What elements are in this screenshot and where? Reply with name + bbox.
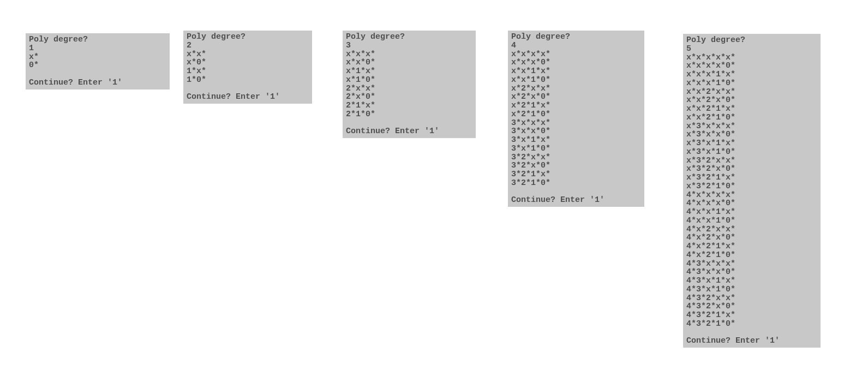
output-line: x*3*2*1*x* (686, 174, 817, 182)
output-line: 4*3*2*1*0* (686, 320, 817, 329)
output-line: x*0* (187, 58, 309, 67)
output-line: x*2*1*0* (511, 110, 641, 119)
output-line: x*x*x*0* (511, 58, 641, 67)
output-line: 4*3*2*1*x* (686, 311, 817, 320)
output-line: x*x*2*x*x* (686, 88, 817, 97)
degree-input-value: 1 (29, 44, 166, 53)
output-line: 4*x*x*x*0* (686, 199, 817, 208)
output-line: x*3*2*x*x* (686, 157, 817, 165)
blank-line (29, 70, 166, 79)
output-line: x*1*x* (346, 67, 472, 76)
output-line: 4*3*x*1*0* (686, 285, 817, 294)
output-line: 4*x*x*1*0* (686, 217, 817, 225)
continue-prompt[interactable]: Continue? Enter '1' (686, 337, 817, 345)
output-line: 4*x*x*x*x* (686, 191, 817, 200)
output-line: 3*2*1*0* (511, 179, 641, 188)
output-line: 4*x*2*1*0* (686, 251, 817, 260)
output-line: x*2*x*0* (511, 93, 641, 102)
continue-prompt[interactable]: Continue? Enter '1' (511, 196, 641, 205)
output-line: x*x* (187, 50, 309, 59)
output-line: x*3*x*1*x* (686, 139, 817, 148)
output-line: 4*x*2*1*x* (686, 242, 817, 251)
prompt-text: Poly degree? (29, 35, 166, 44)
output-line: x*x*x*1*0* (686, 79, 817, 88)
output-line: x* (29, 53, 166, 62)
prompt-text: Poly degree? (187, 33, 309, 41)
output-line: 3*x*x*0* (511, 127, 641, 136)
terminal-panel-degree-3: Poly degree?3x*x*x*x*x*0*x*1*x*x*1*0*2*x… (343, 31, 476, 138)
output-line: 2*1*0* (346, 110, 472, 119)
output-line: 4*x*2*x*x* (686, 225, 817, 234)
blank-line (346, 119, 472, 128)
output-line: 3*2*x*x* (511, 153, 641, 162)
output-line: 1*x* (187, 67, 309, 76)
output-line: 2*x*x* (346, 85, 472, 93)
output-line: 2*1*x* (346, 102, 472, 110)
output-line: x*x*0* (346, 58, 472, 67)
output-line: 3*2*1*x* (511, 170, 641, 179)
blank-line (187, 85, 309, 93)
output-line: x*3*x*x*0* (686, 130, 817, 139)
output-line: 4*x*x*1*x* (686, 208, 817, 217)
output-line: 4*3*x*1*x* (686, 277, 817, 285)
output-line: x*3*x*1*0* (686, 148, 817, 157)
terminal-panel-degree-5: Poly degree?5x*x*x*x*x*x*x*x*x*0*x*x*x*1… (683, 34, 821, 348)
prompt-text: Poly degree? (346, 33, 472, 41)
blank-line (686, 329, 817, 337)
continue-prompt[interactable]: Continue? Enter '1' (187, 93, 309, 102)
degree-input-value: 5 (686, 45, 817, 53)
output-line: x*x*2*1*0* (686, 114, 817, 122)
output-line: x*2*x*x* (511, 85, 641, 93)
output-line: 4*3*2*x*0* (686, 302, 817, 311)
output-line: x*x*x*x*x* (686, 53, 817, 62)
output-line: x*2*1*x* (511, 102, 641, 110)
output-line: 1*0* (187, 76, 309, 85)
degree-input-value: 2 (187, 41, 309, 50)
output-line: 0* (29, 61, 166, 70)
output-line: 4*x*2*x*0* (686, 234, 817, 242)
output-line: 3*x*1*x* (511, 136, 641, 145)
terminal-panel-degree-1: Poly degree?1x*0* Continue? Enter '1' (26, 33, 170, 89)
output-line: x*x*1*x* (511, 67, 641, 76)
output-line: x*x*x*x*0* (686, 62, 817, 70)
terminal-panel-degree-2: Poly degree?2x*x*x*0*1*x*1*0* Continue? … (183, 31, 312, 104)
output-line: x*x*2*x*0* (686, 96, 817, 105)
terminal-panel-degree-4: Poly degree?4x*x*x*x*x*x*x*0*x*x*1*x*x*x… (508, 31, 644, 207)
output-line: x*x*x*1*x* (686, 70, 817, 79)
output-line: 3*2*x*0* (511, 162, 641, 170)
output-line: x*3*2*x*0* (686, 165, 817, 174)
output-line: x*x*x*x* (511, 50, 641, 59)
continue-prompt[interactable]: Continue? Enter '1' (29, 79, 166, 87)
blank-line (511, 188, 641, 196)
continue-prompt[interactable]: Continue? Enter '1' (346, 127, 472, 136)
output-line: 3*x*x*x* (511, 119, 641, 128)
output-line: x*3*2*1*0* (686, 182, 817, 191)
output-line: 4*3*x*x*x* (686, 260, 817, 268)
output-line: x*x*x* (346, 50, 472, 59)
output-line: x*1*0* (346, 76, 472, 85)
degree-input-value: 4 (511, 41, 641, 50)
prompt-text: Poly degree? (686, 36, 817, 45)
output-line: 2*x*0* (346, 93, 472, 102)
degree-input-value: 3 (346, 41, 472, 50)
output-line: 4*3*2*x*x* (686, 294, 817, 303)
output-line: 4*3*x*x*0* (686, 268, 817, 277)
prompt-text: Poly degree? (511, 33, 641, 41)
output-line: x*x*1*0* (511, 76, 641, 85)
output-line: 3*x*1*0* (511, 145, 641, 153)
output-line: x*x*2*1*x* (686, 105, 817, 114)
output-line: x*3*x*x*x* (686, 122, 817, 131)
